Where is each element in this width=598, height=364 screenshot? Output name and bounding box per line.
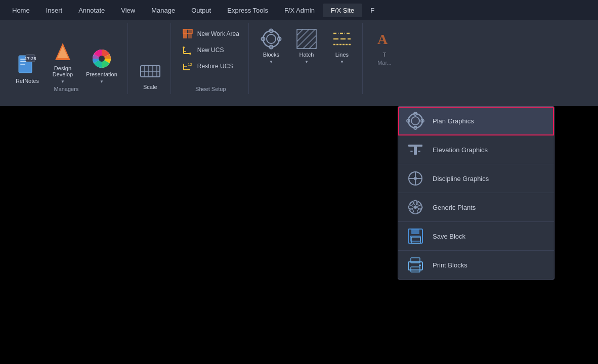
- svg-point-67: [409, 208, 414, 213]
- generic-plants-item[interactable]: Generic Plants: [398, 193, 554, 222]
- managers-group: 17-25 RefNotes DesignDevelop: [5, 23, 128, 94]
- refnotes-icon: 17-25: [17, 55, 38, 76]
- tab-view[interactable]: View: [113, 4, 143, 17]
- managers-items: 17-25 RefNotes DesignDevelop: [12, 23, 120, 86]
- svg-point-23: [189, 53, 191, 55]
- scale-icon: [140, 61, 161, 82]
- text-mar-label: T: [383, 52, 387, 58]
- svg-line-36: [297, 29, 309, 41]
- design-develop-arrow: ▼: [61, 79, 65, 84]
- plan-graphics-icon: [406, 112, 424, 130]
- sheet-setup-items: New Work Area New UCS: [178, 23, 243, 86]
- svg-rect-72: [411, 237, 420, 243]
- hatch-button[interactable]: Hatch ▼: [291, 26, 322, 92]
- print-blocks-icon: [406, 256, 424, 274]
- lines-icon: [331, 28, 353, 50]
- tab-annotate[interactable]: Annotate: [70, 4, 113, 17]
- generic-plants-label: Generic Plants: [433, 204, 476, 211]
- tab-fx-site[interactable]: F/X Site: [323, 4, 362, 17]
- svg-point-28: [263, 31, 279, 47]
- svg-point-45: [408, 114, 422, 128]
- ribbon-content: 17-25 RefNotes DesignDevelop: [0, 20, 598, 106]
- design-develop-button[interactable]: DesignDevelop ▼: [48, 40, 78, 86]
- svg-text:12: 12: [188, 62, 192, 67]
- hatch-label: Hatch: [300, 52, 314, 58]
- tab-output[interactable]: Output: [183, 4, 219, 17]
- svg-rect-16: [183, 29, 187, 38]
- svg-line-39: [309, 41, 316, 49]
- save-block-item[interactable]: Save Block: [398, 222, 554, 251]
- hatch-icon: [296, 28, 317, 50]
- new-ucs-label: New UCS: [197, 47, 224, 54]
- new-work-area-icon: [182, 28, 193, 39]
- blocks-items: Blocks ▼: [256, 23, 357, 92]
- tab-insert[interactable]: Insert: [38, 4, 71, 17]
- discipline-graphics-item[interactable]: Discipline Graphics: [398, 164, 554, 193]
- svg-text:17-25: 17-25: [24, 56, 36, 61]
- svg-point-65: [416, 208, 421, 213]
- blocks-dropdown-menu: Plan Graphics Elevation Graphics Discipl…: [398, 106, 554, 280]
- generic-plants-icon: [406, 198, 424, 216]
- blocks-arrow: ▼: [269, 60, 273, 64]
- svg-point-58: [414, 177, 417, 180]
- print-blocks-item[interactable]: Print Blocks: [398, 251, 554, 279]
- svg-rect-3: [20, 64, 25, 65]
- svg-text:A: A: [377, 31, 388, 47]
- plan-graphics-item[interactable]: Plan Graphics: [398, 107, 554, 135]
- sheet-setup-group: New Work Area New UCS: [173, 23, 249, 94]
- managers-label: Managers: [54, 86, 78, 94]
- svg-point-76: [419, 264, 421, 266]
- scale-button[interactable]: Scale: [135, 59, 165, 92]
- svg-point-22: [183, 47, 185, 49]
- refnotes-button[interactable]: 17-25 RefNotes: [12, 53, 42, 86]
- svg-rect-51: [408, 145, 422, 147]
- scale-group: Scale: [130, 23, 171, 94]
- presentation-icon: [91, 48, 112, 69]
- sheet-setup-label: Sheet Setup: [178, 86, 243, 94]
- tab-f[interactable]: F: [362, 4, 382, 17]
- svg-point-64: [409, 201, 414, 206]
- elevation-graphics-item[interactable]: Elevation Graphics: [398, 135, 554, 164]
- svg-line-35: [297, 29, 303, 35]
- text-mar-button[interactable]: A T Mar...: [369, 26, 400, 68]
- discipline-graphics-icon: [406, 169, 424, 188]
- blocks-label: Blocks: [263, 52, 279, 58]
- refnotes-label: RefNotes: [16, 78, 39, 84]
- save-block-label: Save Block: [433, 233, 465, 240]
- new-work-area-label: New Work Area: [197, 30, 239, 37]
- presentation-button[interactable]: Presentation ▼: [83, 46, 120, 86]
- blocks-button[interactable]: Blocks ▼: [256, 26, 286, 92]
- tab-row: Home Insert Annotate View Manage Output …: [0, 0, 598, 20]
- restore-ucs-label: Restore UCS: [197, 63, 233, 70]
- restore-ucs-button[interactable]: 12 Restore UCS: [178, 59, 243, 74]
- svg-rect-53: [410, 151, 413, 152]
- elevation-graphics-label: Elevation Graphics: [433, 146, 488, 154]
- ribbon: Home Insert Annotate View Manage Output …: [0, 0, 598, 106]
- svg-point-68: [414, 206, 417, 209]
- svg-point-66: [416, 201, 421, 206]
- lines-button[interactable]: Lines ▼: [327, 26, 357, 92]
- presentation-arrow: ▼: [100, 79, 104, 84]
- presentation-label: Presentation: [86, 71, 117, 77]
- text-mar-icon: A: [374, 28, 395, 50]
- print-blocks-label: Print Blocks: [433, 261, 467, 269]
- scale-label: Scale: [143, 84, 157, 90]
- tab-manage[interactable]: Manage: [143, 4, 183, 17]
- svg-rect-17: [188, 29, 192, 38]
- lines-label: Lines: [335, 52, 349, 58]
- svg-rect-70: [411, 229, 419, 234]
- svg-point-9: [99, 56, 105, 62]
- svg-point-29: [267, 34, 276, 43]
- tab-fx-admin[interactable]: F/X Admin: [276, 4, 323, 17]
- tab-home[interactable]: Home: [4, 4, 38, 17]
- design-develop-icon: [52, 42, 73, 63]
- svg-rect-54: [418, 151, 420, 152]
- lines-arrow: ▼: [340, 60, 344, 64]
- design-develop-label: DesignDevelop: [53, 65, 73, 77]
- new-ucs-button[interactable]: New UCS: [178, 42, 243, 58]
- new-work-area-button[interactable]: New Work Area: [178, 26, 243, 41]
- blocks-hatch-lines-group: Blocks ▼: [251, 23, 363, 94]
- tab-express-tools[interactable]: Express Tools: [219, 4, 276, 17]
- blocks-group-label: [256, 92, 357, 94]
- discipline-graphics-label: Discipline Graphics: [433, 175, 489, 183]
